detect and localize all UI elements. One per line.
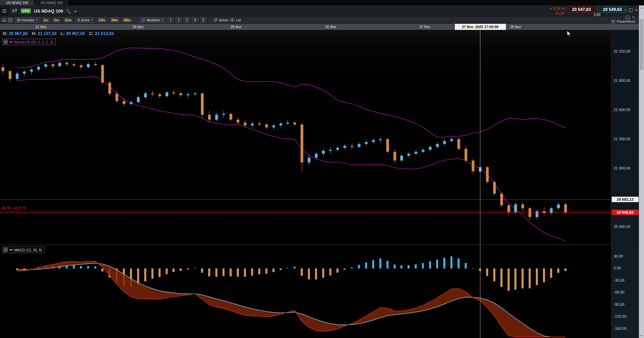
menu-icon[interactable] bbox=[0, 5, 9, 16]
open-label: O: bbox=[3, 31, 7, 36]
sell-price-button[interactable]: 20 547,63 bbox=[566, 6, 596, 13]
sliders-icon bbox=[611, 20, 615, 23]
timeframe-5m-button[interactable]: 5m bbox=[52, 17, 61, 23]
close-value: 21 013,93 bbox=[95, 31, 114, 36]
scroll-up-icon[interactable]: ▴ bbox=[639, 5, 644, 10]
chart-canvas[interactable] bbox=[0, 30, 611, 338]
high-value: 21 107,43 bbox=[38, 31, 57, 36]
chevron-down-icon: ▾ bbox=[162, 19, 163, 21]
tab-bar: US NDAQ 100 US NDAQ 100 bbox=[0, 0, 644, 5]
position-pnl-label: -30,55 / -0,15 % bbox=[1, 206, 26, 210]
timeframe-value: 30 minutes bbox=[17, 18, 34, 22]
search-icon[interactable] bbox=[66, 8, 71, 13]
view-5-button[interactable]: 5 bbox=[200, 17, 206, 23]
date-tick: 21 févr. bbox=[35, 25, 47, 29]
macd-tick: -30,00 bbox=[614, 278, 624, 282]
main-toolbar: CFD US NDAQ 100 + ▼ 0,15 % 31,55 20 547,… bbox=[0, 5, 644, 16]
price-change-block: ▼ 0,15 % 31,55 bbox=[533, 6, 565, 16]
range-1mo-button[interactable]: 1Mo bbox=[97, 17, 107, 23]
expand-panel-icon[interactable] bbox=[626, 16, 629, 19]
tab-us-ndaq-100[interactable]: US NDAQ 100 bbox=[0, 0, 34, 5]
chart-type-icon[interactable] bbox=[12, 8, 18, 13]
models-label: Modèles bbox=[147, 18, 160, 22]
bollinger-label-text: Bandes B (20, 0, 2, 2, S) bbox=[14, 40, 53, 44]
settings-button[interactable]: Paramètres bbox=[611, 19, 635, 23]
close-indicator-icon[interactable]: ✕ bbox=[3, 40, 8, 44]
macd-tick: 0,00 bbox=[614, 266, 621, 270]
change-percent: 0,15 % bbox=[553, 6, 565, 11]
close-panel-icon[interactable]: ✕ bbox=[632, 16, 634, 19]
eye-icon bbox=[230, 18, 235, 22]
open-value: 20 967,80 bbox=[9, 31, 28, 36]
add-instrument-button[interactable]: + bbox=[74, 8, 77, 14]
layout-grid-icon[interactable] bbox=[8, 18, 12, 22]
detach-window-icon[interactable] bbox=[629, 8, 632, 12]
share-icon[interactable]: ↗ bbox=[623, 8, 626, 12]
trading-app-window: US NDAQ 100 US NDAQ 100 CFD US NDAQ 100 … bbox=[0, 0, 644, 338]
last-price-label: 20 549,63 bbox=[612, 210, 639, 215]
timeframe-1m-button[interactable]: 1m bbox=[42, 17, 50, 23]
settings-label: Paramètres bbox=[617, 19, 635, 23]
panel-controls: ✕ bbox=[626, 16, 634, 19]
view-1-button[interactable]: 1 bbox=[167, 17, 174, 23]
models-dropdown[interactable]: Modèles ▾ bbox=[139, 17, 165, 23]
buy-button[interactable]: Achat bbox=[213, 18, 228, 22]
view-3-button[interactable]: 3 bbox=[184, 17, 190, 23]
macd-tick: -150,00 bbox=[614, 326, 626, 331]
indicator-line-swatch bbox=[10, 249, 13, 250]
symbol-name: US NDAQ 100 bbox=[34, 8, 63, 14]
mouse-cursor-icon bbox=[567, 31, 571, 37]
macd-tick: -60,00 bbox=[614, 290, 624, 294]
high-label: H: bbox=[32, 31, 36, 36]
time-axis[interactable]: 27 févr. 2025 17:00:00 21 févr.24 févr.2… bbox=[0, 24, 639, 30]
ohlc-readout: O:20 967,80H:21 107,43L:20 957,55C:21 01… bbox=[3, 31, 118, 36]
hamburger-icon bbox=[2, 10, 6, 13]
change-points: 31,55 bbox=[533, 11, 565, 16]
range-value: 8 Jours bbox=[78, 18, 89, 22]
toolbar-divider bbox=[210, 18, 210, 22]
date-tick: 25 févr. bbox=[230, 25, 242, 29]
macd-tick: -90,00 bbox=[614, 302, 624, 306]
linked-button[interactable]: Lié bbox=[230, 18, 241, 22]
tab-us-ndaq-100-2[interactable]: US NDAQ 100 bbox=[35, 0, 69, 5]
macd-indicator-label: ✕ MACD (12, 26, 9) bbox=[2, 247, 45, 253]
buy-price-button[interactable]: 20 549,63 bbox=[597, 6, 627, 13]
low-label: L: bbox=[61, 31, 65, 36]
chevron-down-icon: ▾ bbox=[91, 19, 93, 21]
crosshair-date-label: 27 févr. 2025 17:00:00 bbox=[455, 24, 506, 30]
list-icon[interactable] bbox=[2, 18, 6, 21]
view-2-button[interactable]: 2 bbox=[176, 17, 182, 23]
cfd-badge: CFD bbox=[21, 8, 31, 13]
change-direction-icon: ▼ bbox=[549, 7, 552, 11]
close-indicator-icon[interactable]: ✕ bbox=[3, 248, 8, 252]
scrollbar-thumb[interactable] bbox=[640, 19, 643, 70]
timeframe-15m-button[interactable]: 15m bbox=[63, 17, 73, 23]
close-icon[interactable]: ✕ bbox=[635, 8, 638, 12]
timeframe-dropdown[interactable]: 30 minutes ▾ bbox=[14, 17, 39, 23]
scrollbar[interactable]: ▴ ▾ bbox=[639, 5, 644, 338]
linked-label: Lié bbox=[236, 18, 241, 22]
price-tick: 20 400,00 bbox=[614, 225, 630, 229]
low-value: 20 957,55 bbox=[66, 31, 85, 36]
bollinger-indicator-label: ✕ Bandes B (20, 0, 2, 2, S) bbox=[2, 39, 56, 45]
range-3mo-button[interactable]: 3Mo bbox=[109, 17, 120, 23]
macd-tick: 30,00 bbox=[614, 254, 623, 258]
price-tick: 21 000,00 bbox=[614, 166, 630, 170]
price-axis[interactable]: 22 200,0021 900,0021 600,0021 300,0021 0… bbox=[611, 30, 639, 338]
price-tick: 21 900,00 bbox=[614, 78, 630, 83]
range-6mo-button[interactable]: 6Mo bbox=[122, 17, 132, 23]
price-tick: 21 600,00 bbox=[614, 108, 630, 112]
date-tick: 28 févr. bbox=[510, 25, 522, 29]
range-dropdown[interactable]: 8 Jours ▾ bbox=[75, 17, 95, 23]
price-tick: 21 300,00 bbox=[614, 137, 630, 141]
date-tick: 27 févr. bbox=[419, 25, 431, 29]
level-price-label: 20 682,13 bbox=[612, 197, 639, 202]
scroll-down-icon[interactable]: ▾ bbox=[639, 333, 644, 338]
buy-label: Achat bbox=[219, 18, 228, 22]
view-4-button[interactable]: 4 bbox=[192, 17, 198, 23]
trade-tag-icon bbox=[213, 18, 217, 22]
models-icon bbox=[142, 19, 145, 21]
panel-separator bbox=[0, 245, 639, 245]
chart-toolbar: 30 minutes ▾ 1m 5m 15m 8 Jours ▾ 1Mo 3Mo… bbox=[0, 16, 644, 24]
close-label: C: bbox=[89, 31, 94, 36]
